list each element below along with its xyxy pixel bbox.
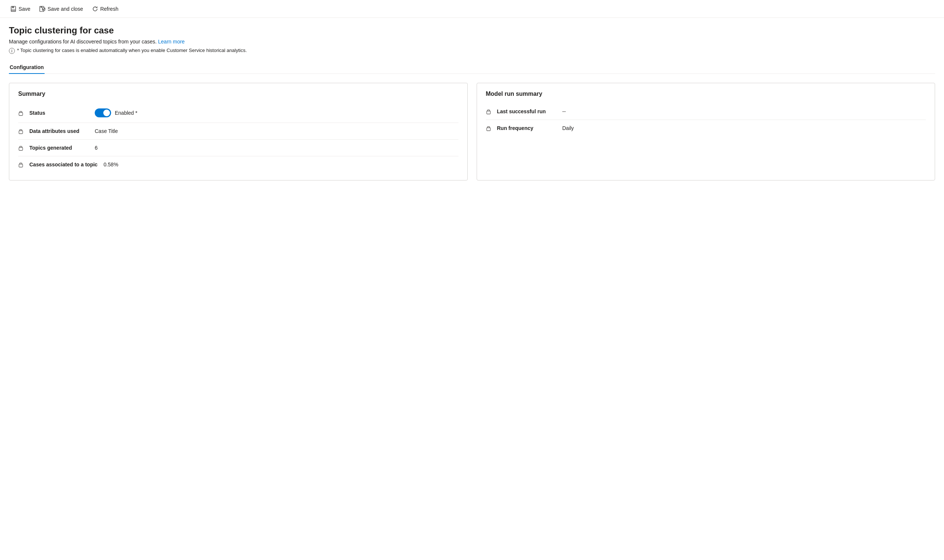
last-run-field-row: Last successful run -- xyxy=(486,103,926,120)
run-frequency-lock-icon xyxy=(486,125,491,131)
model-run-card: Model run summary Last successful run -- xyxy=(477,83,935,180)
last-run-value: -- xyxy=(562,108,566,114)
topics-generated-label: Topics generated xyxy=(29,145,89,151)
info-note: i * Topic clustering for cases is enable… xyxy=(9,48,935,54)
cards-row: Summary Status Enabled * xyxy=(9,83,935,180)
svg-rect-6 xyxy=(19,112,23,115)
svg-rect-1 xyxy=(12,6,14,8)
tab-configuration[interactable]: Configuration xyxy=(9,61,45,74)
last-run-label: Last successful run xyxy=(497,108,556,114)
svg-rect-8 xyxy=(19,148,23,151)
model-run-card-title: Model run summary xyxy=(486,91,926,97)
summary-card: Summary Status Enabled * xyxy=(9,83,468,180)
save-icon xyxy=(11,6,16,12)
refresh-icon xyxy=(92,6,98,12)
status-field-row: Status Enabled * xyxy=(18,103,459,123)
status-lock-icon xyxy=(18,110,23,116)
info-icon: i xyxy=(9,48,15,54)
info-note-text: * Topic clustering for cases is enabled … xyxy=(17,48,247,53)
data-attributes-value: Case Title xyxy=(95,128,118,134)
save-button[interactable]: Save xyxy=(6,4,35,14)
toolbar: Save Save and close Refresh xyxy=(0,0,944,18)
refresh-button[interactable]: Refresh xyxy=(88,4,123,14)
status-toggle-label: Enabled * xyxy=(115,110,137,116)
status-label: Status xyxy=(29,110,89,116)
status-toggle[interactable] xyxy=(95,108,111,117)
data-attributes-lock-icon xyxy=(18,128,23,134)
last-run-lock-icon xyxy=(486,108,491,114)
refresh-label: Refresh xyxy=(100,6,119,12)
svg-rect-2 xyxy=(12,9,15,11)
run-frequency-field-row: Run frequency Daily xyxy=(486,120,926,136)
page-title: Topic clustering for case xyxy=(9,25,935,35)
topics-lock-icon xyxy=(18,145,23,151)
summary-card-title: Summary xyxy=(18,91,459,97)
save-label: Save xyxy=(18,6,31,12)
topics-generated-field-row: Topics generated 6 xyxy=(18,140,459,156)
run-frequency-label: Run frequency xyxy=(497,125,556,131)
data-attributes-field-row: Data attributes used Case Title xyxy=(18,123,459,140)
learn-more-link[interactable]: Learn more xyxy=(158,38,185,45)
tabs: Configuration xyxy=(9,61,935,74)
svg-rect-4 xyxy=(40,6,42,8)
description-text: Manage configurations for AI discovered … xyxy=(9,38,157,45)
page-content: Topic clustering for case Manage configu… xyxy=(0,18,944,188)
status-toggle-container: Enabled * xyxy=(95,108,137,117)
svg-rect-7 xyxy=(19,131,23,134)
save-and-close-icon xyxy=(39,6,45,12)
topics-generated-value: 6 xyxy=(95,145,98,151)
cases-associated-value: 0.58% xyxy=(104,162,119,168)
run-frequency-value: Daily xyxy=(562,125,574,131)
save-and-close-label: Save and close xyxy=(48,6,83,12)
page-description: Manage configurations for AI discovered … xyxy=(9,38,935,45)
data-attributes-label: Data attributes used xyxy=(29,128,89,134)
cases-lock-icon xyxy=(18,162,23,168)
cases-associated-field-row: Cases associated to a topic 0.58% xyxy=(18,156,459,173)
svg-rect-9 xyxy=(19,164,23,167)
save-and-close-button[interactable]: Save and close xyxy=(35,4,88,14)
svg-rect-11 xyxy=(487,128,490,131)
cases-associated-label: Cases associated to a topic xyxy=(29,162,98,168)
svg-rect-10 xyxy=(487,111,490,114)
